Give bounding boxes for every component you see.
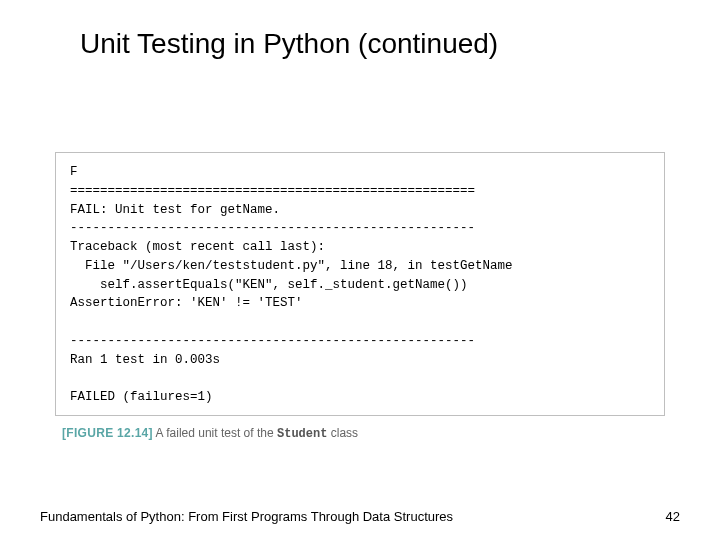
figure-text: class — [327, 426, 358, 440]
footer: Fundamentals of Python: From First Progr… — [40, 509, 680, 524]
code-line: F — [70, 165, 78, 179]
code-line: ----------------------------------------… — [70, 334, 475, 348]
page-number: 42 — [666, 509, 680, 524]
footer-left: Fundamentals of Python: From First Progr… — [40, 509, 453, 524]
figure-label: [FIGURE 12.14] — [62, 426, 153, 440]
figure-text: A failed unit test of the — [153, 426, 277, 440]
figure-class: Student — [277, 427, 327, 441]
code-line: Ran 1 test in 0.003s — [70, 353, 220, 367]
figure-caption: [FIGURE 12.14] A failed unit test of the… — [62, 426, 680, 441]
slide: Unit Testing in Python (continued) F ===… — [0, 0, 720, 540]
slide-title: Unit Testing in Python (continued) — [80, 28, 680, 60]
code-line: ----------------------------------------… — [70, 221, 475, 235]
code-line: FAILED (failures=1) — [70, 390, 213, 404]
code-line: Traceback (most recent call last): — [70, 240, 325, 254]
code-line: FAIL: Unit test for getName. — [70, 203, 280, 217]
code-output: F ======================================… — [55, 152, 665, 416]
code-line: File "/Users/ken/teststudent.py", line 1… — [70, 259, 513, 273]
code-line: ========================================… — [70, 184, 475, 198]
code-line: AssertionError: 'KEN' != 'TEST' — [70, 296, 303, 310]
spacer — [40, 60, 680, 152]
code-line: self.assertEquals("KEN", self._student.g… — [70, 278, 468, 292]
